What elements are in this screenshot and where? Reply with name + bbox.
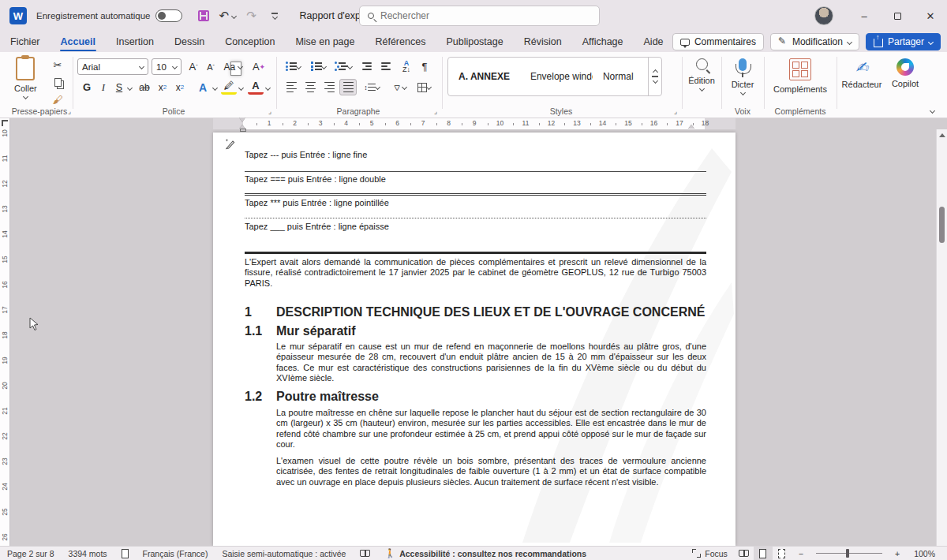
style-normal[interactable]: Normal (593, 71, 644, 82)
multilevel-list-button[interactable] (333, 58, 354, 74)
align-right-button[interactable] (320, 79, 338, 95)
body-paragraph[interactable]: La poutre maîtresse en chêne sur laquell… (276, 408, 706, 450)
section-number[interactable]: 1.1 (245, 324, 262, 338)
zoom-in-button[interactable]: + (888, 549, 907, 558)
focus-mode-button[interactable]: Focus (685, 549, 735, 558)
tab-affichage[interactable]: Affichage (572, 32, 634, 52)
highlight-dropdown-icon[interactable] (238, 85, 244, 91)
font-color-dropdown-icon[interactable] (265, 85, 271, 91)
section-number[interactable]: 1 (245, 305, 252, 319)
underline-dropdown-icon[interactable] (127, 85, 133, 91)
line-spacing-button[interactable]: ↕ (360, 79, 384, 95)
tab-fichier[interactable]: Fichier (0, 32, 51, 52)
styles-dialog-launcher[interactable]: ⌟ (674, 107, 677, 115)
save-button[interactable] (193, 6, 214, 26)
language-indicator[interactable]: Français (France) (136, 549, 215, 558)
strikethrough-button[interactable]: ab (136, 79, 153, 95)
dictate-button[interactable]: Dicter (729, 58, 756, 95)
justify-button[interactable] (339, 79, 357, 95)
align-left-button[interactable] (283, 79, 300, 95)
numbering-button[interactable] (308, 58, 328, 74)
bold-button[interactable]: G (79, 79, 95, 95)
paragraph-dialog-launcher[interactable]: ⌟ (434, 107, 437, 115)
intro-paragraph[interactable]: L'Expert avait alors demandé la communic… (245, 257, 706, 289)
grow-font-button[interactable]: Aˆ (185, 58, 202, 75)
clear-formatting-button[interactable]: A✦ (249, 58, 268, 75)
cut-button[interactable]: ✂ (49, 57, 66, 73)
superscript-button[interactable]: x2 (172, 79, 188, 95)
styles-more-button[interactable] (648, 58, 661, 95)
copy-button[interactable] (49, 74, 66, 90)
body-paragraph[interactable]: Le mur séparatif en cause est un mur de … (276, 342, 706, 383)
doc-line[interactable]: Tapez ___ puis Entrée : ligne épaisse (245, 222, 389, 232)
share-button[interactable]: Partager (866, 33, 941, 50)
italic-button[interactable]: I (96, 79, 110, 95)
paste-button[interactable]: Coller (14, 57, 37, 99)
minimize-button[interactable]: – (848, 0, 881, 32)
text-predictions[interactable] (353, 550, 377, 557)
qat-overflow-button[interactable] (264, 6, 285, 26)
web-layout-button[interactable] (773, 547, 792, 560)
redo-button[interactable]: ↷ (241, 6, 261, 26)
user-avatar[interactable] (814, 6, 833, 25)
align-center-button[interactable] (301, 79, 319, 95)
change-case-button[interactable]: Aa (221, 58, 245, 75)
page-indicator[interactable]: Page 2 sur 8 (0, 549, 62, 558)
accessibility-status[interactable]: 🚶Accessibilité : consultez nos recommand… (377, 548, 593, 558)
tab-mise-en-page[interactable]: Mise en page (285, 32, 365, 52)
highlight-button[interactable]: 🖉 (221, 79, 237, 95)
autosave-control[interactable]: Enregistrement automatique (36, 9, 182, 22)
zoom-out-button[interactable]: − (792, 549, 810, 558)
style-envelope[interactable]: Envelope windov (520, 71, 593, 82)
doc-line[interactable]: Tapez *** puis Entrée : ligne pointillée (245, 198, 389, 208)
copilot-button[interactable]: Copilot (887, 58, 923, 88)
undo-button[interactable]: ↶ (217, 6, 238, 26)
sort-button[interactable]: AZ↓ (398, 58, 415, 74)
right-indent-marker[interactable] (688, 125, 694, 129)
tab-aide[interactable]: Aide (634, 32, 674, 52)
close-button[interactable]: ✕ (914, 0, 947, 32)
search-input[interactable] (380, 10, 570, 21)
collapse-ribbon-button[interactable] (930, 108, 935, 114)
maximize-button[interactable] (881, 0, 914, 32)
doc-line[interactable]: Tapez === puis Entrée : ligne double (245, 174, 386, 185)
bullets-button[interactable] (283, 58, 303, 74)
tab-insertion[interactable]: Insertion (106, 32, 164, 52)
borders-button[interactable] (412, 79, 436, 95)
section-number[interactable]: 1.2 (245, 390, 262, 404)
font-size-combo[interactable]: 10 (152, 58, 182, 75)
tab-publipostage[interactable]: Publipostage (436, 32, 513, 52)
tab-selector-icon[interactable] (2, 120, 8, 126)
read-mode-button[interactable] (735, 547, 754, 560)
tab-revision[interactable]: Révision (514, 32, 572, 52)
section-title[interactable]: Poutre maîtresse (276, 390, 379, 404)
subscript-button[interactable]: x2 (155, 79, 170, 95)
format-painter-button[interactable]: 🖌 (49, 91, 66, 107)
search-box[interactable] (359, 6, 600, 26)
font-color-button[interactable]: A (248, 79, 264, 95)
print-layout-button[interactable] (754, 547, 773, 560)
comments-button[interactable]: Commentaires (672, 33, 764, 50)
vertical-scrollbar[interactable] (936, 129, 947, 546)
autosave-toggle[interactable] (155, 9, 182, 22)
tab-conception[interactable]: Conception (215, 32, 285, 52)
editor-button[interactable]: ✍ Rédacteur (838, 58, 885, 89)
underline-button[interactable]: S (112, 79, 126, 95)
zoom-level[interactable]: 100% (907, 549, 942, 558)
show-marks-button[interactable]: ¶ (417, 58, 432, 74)
zoom-slider[interactable] (816, 553, 882, 554)
body-paragraph[interactable]: L'examen visuel de cette poutre révèle u… (276, 456, 706, 487)
text-effects-dropdown-icon[interactable] (212, 85, 218, 91)
first-line-indent-marker[interactable] (239, 118, 245, 122)
section-title[interactable]: Mur séparatif (276, 324, 355, 338)
font-dialog-launcher[interactable]: ⌟ (268, 107, 271, 115)
increase-indent-button[interactable] (377, 58, 395, 74)
clipboard-dialog-launcher[interactable]: ⌟ (68, 107, 71, 115)
autocomplete-status[interactable]: Saisie semi-automatique : activée (215, 549, 353, 558)
editing-button[interactable]: Édition (687, 58, 717, 91)
tab-dessin[interactable]: Dessin (164, 32, 215, 52)
scroll-up-icon[interactable] (939, 133, 945, 137)
document-page[interactable]: Tapez --- puis Entrée : ligne fine Tapez… (213, 133, 736, 546)
editing-mode-button[interactable]: Modification (770, 33, 859, 50)
style-annexe[interactable]: A. ANNEXE (448, 71, 520, 82)
